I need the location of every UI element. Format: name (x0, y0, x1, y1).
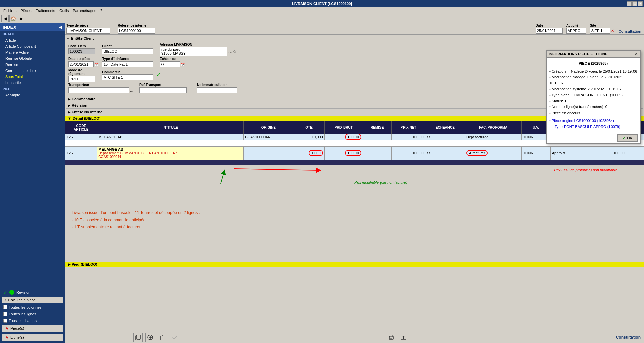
detail-toggle[interactable]: ▼ (68, 116, 71, 120)
sidebar-item-commentaire-libre[interactable]: Commentaire libre (0, 68, 65, 74)
maximize-button[interactable]: □ (632, 1, 637, 6)
delete-button[interactable] (158, 333, 167, 342)
sidebar-item-article-composant[interactable]: Article Composant (0, 43, 65, 49)
checkbox-tous-champs[interactable]: Tous les champs (2, 318, 63, 323)
col-prix-brut: PRIX BRUT (324, 121, 363, 134)
cell-uv-3[interactable]: TONNE (522, 147, 550, 160)
checkbox-toutes-colonnes[interactable]: Toutes les colonnes (2, 304, 63, 310)
type-piece-input[interactable] (66, 28, 110, 34)
cell-lot-3[interactable] (626, 147, 644, 160)
sidebar-item-lot-sortie[interactable]: Lot sortie (0, 80, 65, 86)
calculer-piece-button[interactable]: Σ Calculer la pièce (2, 297, 63, 303)
revision-toggle[interactable]: ▶ (68, 103, 70, 108)
date-input[interactable] (536, 28, 563, 34)
cell-intitule-1[interactable]: MELANGE AB (97, 134, 244, 140)
cell-dark[interactable] (65, 160, 644, 165)
export-button[interactable] (399, 333, 408, 342)
entete-toggle[interactable]: ▼ (66, 36, 70, 40)
echeance-calendar-icon[interactable]: 📅 (181, 63, 185, 66)
calendar-icon[interactable]: 📅 (94, 63, 98, 66)
menu-parametrages[interactable]: Paramétrages (71, 8, 98, 14)
back-button[interactable]: ◀ (1, 15, 9, 22)
cell-ht-3[interactable]: 100,00 (600, 147, 626, 160)
cell-fac-proforma-3[interactable]: A facturer (465, 147, 522, 160)
echeance-input[interactable] (160, 61, 180, 67)
ref-interne-input[interactable] (118, 28, 155, 34)
code-tiers-input[interactable] (68, 48, 95, 54)
cell-intitule-3[interactable]: MELANGE AB Dépassement COMMANDE CLIENT A… (97, 147, 244, 160)
transporteur-input[interactable] (68, 87, 129, 93)
ref-transport-dots[interactable]: … (187, 89, 191, 92)
checkbox-lignes-input[interactable] (3, 312, 7, 316)
cell-remise-3[interactable] (363, 147, 391, 160)
site-input[interactable] (590, 28, 610, 34)
window-controls[interactable]: _ □ × (627, 1, 643, 6)
cell-site-3[interactable]: Appro a (550, 147, 600, 160)
sidebar-item-article[interactable]: Article (0, 37, 65, 43)
sidebar-collapse-button[interactable]: ◀ (59, 24, 62, 30)
menu-pieces[interactable]: Pièces (19, 8, 34, 14)
type-origine-link[interactable]: Type PONT BASCULE APPRO (10079) (555, 125, 620, 129)
adresse-line2: 91300 MASSY (161, 51, 226, 55)
activite-input[interactable] (566, 28, 586, 34)
cell-qte-1[interactable]: 10,000 (294, 134, 324, 140)
no-immat-input[interactable] (197, 87, 237, 93)
mode-reglement-input[interactable] (68, 76, 95, 82)
cell-prix-net-1[interactable]: 100,00 (392, 134, 425, 140)
mode-reglement-label: Mode de règlement (68, 68, 99, 76)
pieces-button[interactable]: 🖨 Pièce(s) (2, 325, 63, 332)
checkbox-champs-input[interactable] (3, 319, 7, 323)
transporteur-dots[interactable]: … (130, 89, 133, 92)
commercial-input[interactable] (102, 74, 153, 80)
lignes-button[interactable]: 🖨 Ligne(s) (2, 334, 63, 341)
popup-dots[interactable]: … (630, 52, 634, 56)
cell-qte-3[interactable]: 1,000 (294, 147, 324, 160)
entete-no-interne-toggle[interactable]: ▶ (68, 110, 70, 114)
sidebar-item-matiere-active[interactable]: Matière Active (0, 49, 65, 55)
date-piece-input[interactable] (68, 61, 94, 67)
site-close-icon[interactable]: ✕ (611, 29, 614, 33)
popup-close-icon[interactable]: ✕ (635, 52, 638, 56)
home-button[interactable]: 🏠 (9, 15, 17, 22)
cell-remise-1[interactable] (363, 134, 391, 140)
add-button[interactable] (145, 333, 155, 342)
table-row[interactable] (65, 160, 644, 165)
print-button[interactable] (387, 333, 396, 342)
pied-toggle[interactable]: ▶ (68, 262, 70, 267)
adresse-dots-button[interactable]: … (228, 49, 233, 54)
cell-origine-3[interactable] (244, 147, 294, 160)
sidebar-item-remise-globale[interactable]: Remise Globale (0, 55, 65, 62)
client-input[interactable] (102, 48, 153, 54)
ok-button[interactable]: ✓ OK (617, 134, 638, 142)
cell-code-3[interactable]: 125 (65, 147, 97, 160)
adresse-edit-icon[interactable]: ◇ (233, 49, 236, 54)
sidebar-item-remise[interactable]: Remise (0, 62, 65, 68)
minimize-button[interactable]: _ (627, 1, 632, 6)
popup-controls[interactable]: … ✕ (630, 52, 638, 56)
checkbox-colonnes-input[interactable] (3, 305, 7, 309)
cell-code-1[interactable]: 125 (65, 134, 97, 140)
commentaire-toggle[interactable]: ▶ (68, 97, 70, 101)
cell-echeance-3[interactable]: / / (425, 147, 465, 160)
copy-button[interactable] (133, 333, 143, 342)
ref-transport-input[interactable] (139, 87, 187, 93)
type-echeance-input[interactable] (102, 61, 153, 67)
cell-echeance-1[interactable]: / / (425, 134, 465, 140)
menu-traitements[interactable]: Traitements (34, 8, 58, 14)
validate-button[interactable] (170, 333, 179, 342)
piece-origine-link[interactable]: • Pièce origine LCS1000100 (1028964) (549, 119, 614, 123)
cell-fac-proforma-1[interactable]: Déjà facturée (465, 134, 522, 140)
table-row[interactable]: 125 MELANGE AB Dépassement COMMANDE CLIE… (65, 147, 644, 160)
menu-outils[interactable]: Outils (57, 8, 71, 14)
close-button[interactable]: × (638, 1, 643, 6)
cell-prix-brut-3[interactable]: 100,00 (324, 147, 363, 160)
forward-button[interactable]: ▶ (18, 15, 25, 22)
cell-origine-1[interactable]: CCAS1000044 (244, 134, 294, 140)
sidebar-item-acompte[interactable]: Acompte (0, 92, 65, 98)
sidebar-item-sous-total[interactable]: Sous Total (0, 74, 65, 80)
cell-prix-net-3[interactable]: 100,00 (392, 147, 425, 160)
cell-prix-brut-1[interactable]: 100,00 (324, 134, 363, 140)
checkbox-toutes-lignes[interactable]: Toutes les lignes (2, 311, 63, 317)
menu-help[interactable]: ? (98, 8, 104, 14)
menu-fichiers[interactable]: Fichiers (1, 8, 19, 14)
